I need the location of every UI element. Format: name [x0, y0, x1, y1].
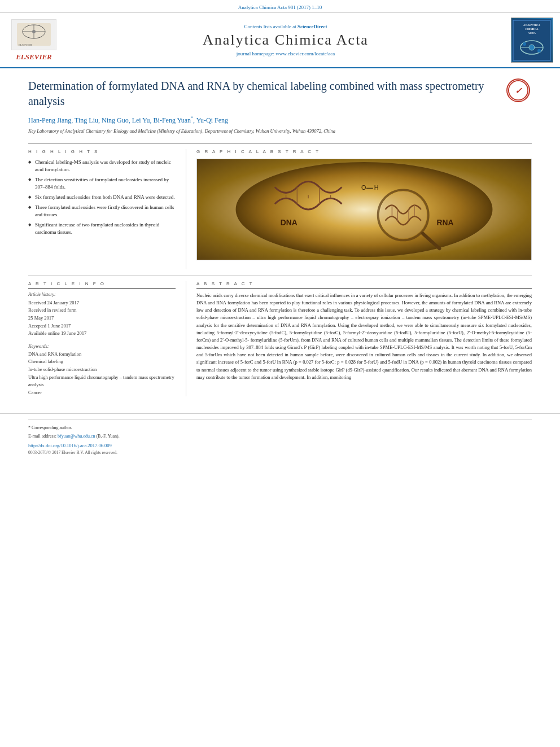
page: Analytica Chimica Acta 981 (2017) 1–10 E…: [0, 0, 560, 747]
highlights-graphical-row: H I G H L I G H T S Chemical labeling-MS…: [28, 143, 532, 276]
article-history-label: Article history:: [28, 292, 176, 297]
accepted-date: Accepted 1 June 2017: [28, 322, 176, 330]
svg-text:H: H: [374, 184, 379, 191]
keywords-section: Keywords: DNA and RNA formylation Chemic…: [28, 343, 176, 397]
svg-text:O: O: [361, 184, 366, 191]
revised-label: Received in revised form: [28, 307, 176, 314]
journal-name: Analytica Chimica Acta: [68, 32, 504, 49]
authors-line: Han-Peng Jiang, Ting Liu, Ning Guo, Lei …: [28, 116, 532, 125]
svg-text:RNA: RNA: [437, 218, 454, 227]
abstract-text: Nucleic acids carry diverse chemical mod…: [196, 292, 532, 381]
header-center: Contents lists available at ScienceDirec…: [68, 19, 504, 61]
abstract-heading: A B S T R A C T: [196, 281, 532, 289]
copyright-text: 0003-2670/© 2017 Elsevier B.V. All right…: [28, 450, 532, 455]
keywords-0: DNA and RNA formylation: [28, 351, 176, 359]
svg-point-4: [32, 30, 36, 33]
elsevier-logo-area: ELSEVIER ELSEVIER: [0, 15, 68, 66]
highlight-item: Six formylated nucleosides from both DNA…: [28, 194, 176, 201]
journal-cover-area: ANALYTICA CHIMICA ACTA: [504, 13, 560, 67]
highlights-column: H I G H L I G H T S Chemical labeling-MS…: [28, 149, 186, 269]
highlight-item: Significant increase of two formylated n…: [28, 221, 176, 236]
svg-point-29: [380, 191, 427, 238]
article-info-column: A R T I C L E I N F O Article history: R…: [28, 281, 186, 397]
footer-area: * Corresponding author. E-mail address: …: [0, 413, 560, 460]
authors-text: Han-Peng Jiang, Ting Liu, Ning Guo, Lei …: [28, 116, 228, 124]
highlight-item: The detection sensitivities of formylate…: [28, 176, 176, 191]
keywords-2: In-tube solid-phase microextraction: [28, 366, 176, 374]
available-date: Available online 19 June 2017: [28, 330, 176, 338]
svg-text:ELSEVIER: ELSEVIER: [19, 43, 32, 46]
keywords-3: Ultra high performance liquid chromatogr…: [28, 374, 176, 389]
article-info-heading: A R T I C L E I N F O: [28, 281, 176, 289]
crossmark-badge: ✓: [506, 78, 532, 104]
highlights-heading: H I G H L I G H T S: [28, 149, 176, 154]
corresponding-author-label: * Corresponding author.: [28, 425, 532, 431]
svg-text:ANALYTICA: ANALYTICA: [523, 24, 540, 27]
journal-citation: Analytica Chimica Acta 981 (2017) 1–10: [238, 5, 322, 10]
crossmark-icon: ✓: [506, 78, 530, 102]
info-abstract-row: A R T I C L E I N F O Article history: R…: [28, 276, 532, 397]
sciencedirect-line: Contents lists available at ScienceDirec…: [68, 24, 504, 29]
svg-point-13: [529, 45, 535, 50]
svg-text:ACTA: ACTA: [528, 32, 536, 34]
elsevier-figure: ELSEVIER: [11, 19, 56, 50]
keywords-1: Chemical labeling: [28, 358, 176, 366]
keywords-4: Cancer: [28, 389, 176, 397]
homepage-line: journal homepage: www.elsevier.com/locat…: [68, 51, 504, 56]
email-line: E-mail address: bfyuan@whu.edu.cn (B.-F.…: [28, 433, 532, 439]
svg-point-18: [236, 162, 493, 257]
svg-text:✓: ✓: [515, 86, 523, 95]
sciencedirect-link[interactable]: ScienceDirect: [298, 24, 327, 29]
homepage-url[interactable]: www.elsevier.com/locate/aca: [275, 51, 335, 56]
header-banner: ELSEVIER ELSEVIER Contents lists availab…: [0, 13, 560, 68]
svg-text:DNA: DNA: [281, 218, 298, 227]
svg-point-15: [537, 49, 541, 53]
journal-top-bar: Analytica Chimica Acta 981 (2017) 1–10: [0, 0, 560, 13]
graphical-abstract-column: G R A P H I C A L A B S T R A C T: [186, 149, 532, 269]
affiliation-text: Key Laboratory of Analytical Chemistry f…: [28, 128, 532, 135]
keywords-label: Keywords:: [28, 343, 176, 349]
highlights-list: Chemical labeling-MS analysis was develo…: [28, 159, 176, 236]
highlight-item: Chemical labeling-MS analysis was develo…: [28, 159, 176, 173]
svg-text:CHIMICA: CHIMICA: [525, 28, 539, 30]
article-title: Determination of formylated DNA and RNA …: [28, 78, 532, 109]
journal-cover-image: ANALYTICA CHIMICA ACTA: [511, 18, 553, 63]
highlight-item: Three formylated nucleosides were firstl…: [28, 204, 176, 219]
doi-link[interactable]: http://dx.doi.org/10.1016/j.aca.2017.06.…: [28, 443, 532, 448]
title-area: Determination of formylated DNA and RNA …: [28, 78, 532, 109]
abstract-column: A B S T R A C T Nucleic acids carry dive…: [186, 281, 532, 397]
article-content: Determination of formylated DNA and RNA …: [0, 68, 560, 408]
svg-point-14: [523, 42, 526, 46]
elsevier-text: ELSEVIER: [16, 53, 52, 62]
email-link[interactable]: bfyuan@whu.edu.cn: [58, 434, 95, 439]
graphical-abstract-heading: G R A P H I C A L A B S T R A C T: [196, 149, 532, 154]
received-date: Received 24 January 2017: [28, 299, 176, 307]
graphical-abstract-image: DNA O H: [196, 159, 532, 260]
revised-date: 25 May 2017: [28, 314, 176, 322]
